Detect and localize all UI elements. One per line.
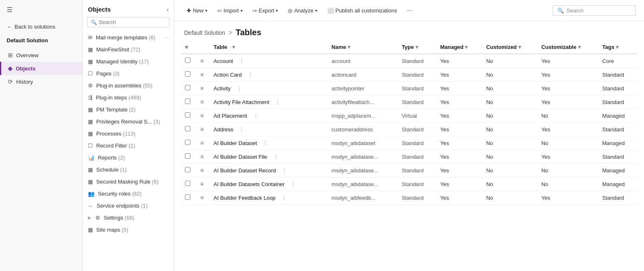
col-type-header[interactable]: Type ▾ xyxy=(398,41,436,54)
sidebar-item-objects[interactable]: ◈ Objects xyxy=(0,62,83,75)
table-name-link[interactable]: Address xyxy=(214,126,233,133)
back-to-solutions-link[interactable]: ← Back to solutions xyxy=(0,19,83,34)
row-checkbox[interactable] xyxy=(185,85,190,90)
list-item-security-roles[interactable]: 👥 Security roles (82) xyxy=(83,188,174,200)
col-customizable-header[interactable]: Customizable ▾ xyxy=(537,41,598,54)
publish-button[interactable]: ⬜ Publish all customizations xyxy=(323,5,401,16)
table-row[interactable]: ≡ Ad Placement ⋮ mspp_adplacem... Virtua… xyxy=(181,109,637,123)
row-checkbox-cell[interactable] xyxy=(181,164,194,177)
toolbar-search[interactable]: 🔍 Search xyxy=(553,5,636,16)
table-name-link[interactable]: AI Builder Datasets Container xyxy=(214,181,284,187)
list-item-mail-merge[interactable]: ✉ Mail merge templates (6) ··· xyxy=(83,31,174,44)
row-checkbox-cell[interactable] xyxy=(181,82,194,95)
col-tags-header[interactable]: Tags ▾ xyxy=(598,41,637,54)
row-checkbox[interactable] xyxy=(185,181,190,186)
objects-search-box[interactable]: 🔍 xyxy=(87,17,170,27)
more-options-button[interactable]: ··· xyxy=(404,5,416,16)
row-menu-button[interactable]: ⋮ xyxy=(261,140,270,146)
row-checkbox-cell[interactable] xyxy=(181,68,194,82)
col-customized-header[interactable]: Customized ▾ xyxy=(482,41,537,54)
list-item-service-endpoints[interactable]: ← Service endpoints (1) xyxy=(83,200,174,212)
objects-search-input[interactable] xyxy=(99,19,166,25)
sort-chevron-icon[interactable]: ▾ xyxy=(232,44,235,50)
list-item-reports[interactable]: 📊 Reports (2) xyxy=(83,152,174,164)
sidebar-item-history[interactable]: ⟳ History xyxy=(0,75,83,88)
table-row[interactable]: ≡ AI Builder Dataset ⋮ msdyn_aibdataset … xyxy=(181,136,637,150)
list-item-mainfewshot[interactable]: ▦ MainFewShot (72) xyxy=(83,44,174,56)
row-menu-button[interactable]: ⋮ xyxy=(289,181,298,187)
new-button[interactable]: ✚ New ▾ xyxy=(182,5,211,16)
row-checkbox-cell[interactable] xyxy=(181,123,194,136)
list-item-pages[interactable]: ☐ Pages (3) xyxy=(83,68,174,80)
table-row[interactable]: ≡ Account ⋮ account Standard Yes No Yes … xyxy=(181,54,637,68)
table-name-link[interactable]: AI Builder Dataset Record xyxy=(214,167,276,174)
row-menu-button[interactable]: ⋮ xyxy=(273,99,282,105)
analyze-button[interactable]: ◎ Analyze ▾ xyxy=(284,5,321,16)
table-name-link[interactable]: AI Builder Dataset File xyxy=(214,154,267,160)
type-sort-icon[interactable]: ▾ xyxy=(416,44,418,50)
list-item-record-filter[interactable]: ☐ Record Filter (1) xyxy=(83,140,174,152)
table-name-link[interactable]: Ad Placement xyxy=(214,113,247,119)
export-button[interactable]: ⇨ Export ▾ xyxy=(248,5,282,16)
more-icon[interactable]: ··· xyxy=(165,35,169,40)
row-checkbox[interactable] xyxy=(185,140,190,145)
list-item-secured-masking[interactable]: ▦ Secured Masking Rule (6) xyxy=(83,176,174,188)
customized-sort-icon[interactable]: ▾ xyxy=(518,44,521,50)
import-button[interactable]: ⇦ Import ▾ xyxy=(213,5,247,16)
table-name-link[interactable]: AI Builder Dataset xyxy=(214,140,257,146)
list-item-schedule[interactable]: ▦ Schedule (1) xyxy=(83,164,174,176)
row-checkbox-cell[interactable] xyxy=(181,191,194,205)
row-checkbox[interactable] xyxy=(185,126,190,131)
row-checkbox-cell[interactable] xyxy=(181,109,194,123)
list-item-pm-template[interactable]: ▦ PM Template (2) xyxy=(83,104,174,116)
table-name-link[interactable]: AI Builder Feedback Loop xyxy=(214,195,276,201)
row-checkbox-cell[interactable] xyxy=(181,54,194,68)
row-checkbox-cell[interactable] xyxy=(181,95,194,109)
row-menu-button[interactable]: ⋮ xyxy=(251,112,260,119)
table-row[interactable]: ≡ AI Builder Datasets Container ⋮ msdyn_… xyxy=(181,177,637,191)
list-item-plugin-steps[interactable]: ⇶ Plug-in steps (489) xyxy=(83,92,174,104)
row-checkbox[interactable] xyxy=(185,71,190,77)
table-name-link[interactable]: Action Card xyxy=(214,72,242,78)
col-table-header[interactable]: Table ↑▾ xyxy=(209,41,327,54)
table-row[interactable]: ≡ Activity ⋮ activitypointer Standard Ye… xyxy=(181,82,637,95)
hamburger-button[interactable]: ☰ xyxy=(0,0,83,19)
row-checkbox-cell[interactable] xyxy=(181,177,194,191)
table-row[interactable]: ≡ Activity File Attachment ⋮ activityfil… xyxy=(181,95,637,109)
row-menu-button[interactable]: ⋮ xyxy=(237,58,246,64)
row-menu-button[interactable]: ⋮ xyxy=(235,85,244,92)
list-item-settings[interactable]: ▶ ⚙ Settings (68) xyxy=(83,212,174,224)
collapse-button[interactable]: ‹ xyxy=(167,6,169,13)
row-menu-button[interactable]: ⋮ xyxy=(246,71,255,78)
row-checkbox[interactable] xyxy=(185,58,190,63)
table-row[interactable]: ≡ Address ⋮ customeraddress Standard Yes… xyxy=(181,123,637,136)
list-item-processes[interactable]: ▦ Processes (113) xyxy=(83,128,174,140)
row-checkbox[interactable] xyxy=(185,167,190,172)
row-menu-button[interactable]: ⋮ xyxy=(237,126,246,133)
table-row[interactable]: ≡ AI Builder Feedback Loop ⋮ msdyn_aibfe… xyxy=(181,191,637,205)
breadcrumb-parent[interactable]: Default Solution xyxy=(184,29,225,36)
col-name-header[interactable]: Name ▾ xyxy=(327,41,397,54)
table-row[interactable]: ≡ Action Card ⋮ actioncard Standard Yes … xyxy=(181,68,637,82)
list-item-privileges[interactable]: ▦ Privileges Removal S... (3) xyxy=(83,116,174,128)
table-name-link[interactable]: Activity xyxy=(214,85,231,92)
list-item-managed-identity[interactable]: ▦ Managed Identity (17) xyxy=(83,56,174,68)
tags-sort-icon[interactable]: ▾ xyxy=(616,44,619,50)
row-checkbox[interactable] xyxy=(185,153,190,159)
table-name-link[interactable]: Account xyxy=(214,58,233,64)
managed-sort-icon[interactable]: ▾ xyxy=(465,44,468,50)
col-managed-header[interactable]: Managed ▾ xyxy=(436,41,482,54)
customizable-sort-icon[interactable]: ▾ xyxy=(578,44,581,50)
table-row[interactable]: ≡ AI Builder Dataset Record ⋮ msdyn_aibd… xyxy=(181,164,637,177)
row-menu-button[interactable]: ⋮ xyxy=(280,167,289,174)
row-menu-button[interactable]: ⋮ xyxy=(279,194,289,201)
sidebar-item-overview[interactable]: ⊞ Overview xyxy=(0,48,83,62)
row-checkbox-cell[interactable] xyxy=(181,136,194,150)
row-checkbox[interactable] xyxy=(185,112,190,118)
table-name-link[interactable]: Activity File Attachment xyxy=(214,99,269,105)
table-row[interactable]: ≡ AI Builder Dataset File ⋮ msdyn_aibdat… xyxy=(181,150,637,164)
list-item-plugin-assemblies[interactable]: ⚙ Plug-in assemblies (55) xyxy=(83,80,174,92)
list-item-site-maps[interactable]: ▦ Site maps (5) xyxy=(83,224,174,236)
name-sort-icon[interactable]: ▾ xyxy=(348,44,350,50)
row-menu-button[interactable]: ⋮ xyxy=(271,153,280,160)
